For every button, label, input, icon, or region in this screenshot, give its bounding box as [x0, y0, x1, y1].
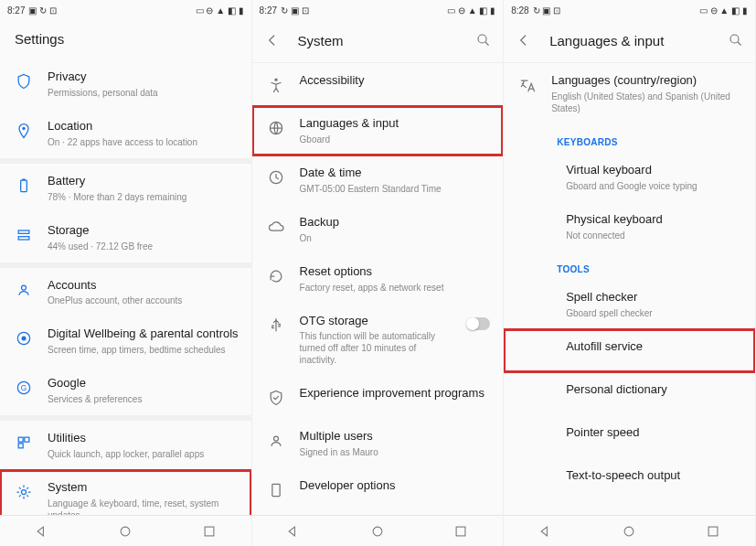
settings-row[interactable]: Spell checkerGboard spell checker: [504, 280, 755, 329]
languages-list[interactable]: Languages (country/region)English (Unite…: [504, 63, 755, 515]
row-subtitle: Gboard and Google voice typing: [566, 180, 742, 192]
status-icons-right: ▭ ⊖ ▲ ◧ ▮: [699, 5, 748, 16]
settings-list[interactable]: PrivacyPermissions, personal dataLocatio…: [0, 59, 251, 515]
section-header: TOOLS: [504, 252, 755, 280]
settings-row[interactable]: Battery78% · More than 2 days remaining: [0, 164, 251, 213]
row-title: System: [48, 480, 239, 496]
nav-recent-icon[interactable]: [454, 525, 467, 538]
accounts-icon: [13, 279, 35, 301]
settings-row[interactable]: Digital Wellbeing & parental controlsScr…: [0, 316, 251, 366]
nav-recent-icon[interactable]: [203, 525, 216, 538]
settings-row[interactable]: Accessibility: [252, 63, 504, 106]
settings-row[interactable]: UtilitiesQuick launch, app locker, paral…: [0, 421, 251, 470]
row-title: Battery: [48, 174, 239, 189]
status-icons-left: ↻ ▣ ⊡: [281, 5, 309, 16]
search-button[interactable]: [728, 32, 744, 48]
row-title: Digital Wellbeing & parental controls: [48, 327, 239, 342]
row-title: Personal dictionary: [566, 382, 742, 398]
row-title: Virtual keyboard: [566, 163, 742, 178]
row-subtitle: On: [300, 232, 491, 244]
row-title: Google: [48, 376, 239, 391]
settings-row[interactable]: PrivacyPermissions, personal data: [0, 59, 251, 109]
row-title: Experience improvement programs: [300, 386, 491, 401]
settings-row[interactable]: Developer options: [252, 468, 504, 511]
settings-row[interactable]: OTG storageThis function will be automat…: [252, 304, 504, 377]
nav-home-icon[interactable]: [371, 525, 384, 538]
settings-row[interactable]: Storage44% used · 72.12 GB free: [0, 213, 251, 262]
back-button[interactable]: [515, 31, 533, 49]
row-title: Text-to-speech output: [566, 468, 742, 484]
settings-row[interactable]: Autofill service: [504, 329, 755, 372]
search-button[interactable]: [475, 32, 492, 48]
settings-row[interactable]: Text-to-speech output: [504, 458, 755, 501]
row-subtitle: Factory reset, apps & network reset: [300, 282, 491, 294]
nav-recent-icon[interactable]: [707, 525, 719, 538]
toggle-switch[interactable]: [466, 317, 490, 330]
settings-row[interactable]: Date & timeGMT-05:00 Eastern Standard Ti…: [252, 155, 504, 205]
system-list[interactable]: AccessibilityLanguages & inputGboardDate…: [252, 63, 504, 515]
settings-row[interactable]: BackupOn: [252, 205, 504, 254]
battery-icon: [13, 175, 35, 197]
row-subtitle: Gboard spell checker: [566, 307, 742, 319]
row-subtitle: Quick launch, app locker, parallel apps: [48, 448, 239, 460]
settings-row[interactable]: Personal dictionary: [504, 372, 755, 415]
utilities-icon: [13, 432, 35, 454]
check-shield-icon: [265, 387, 287, 409]
settings-row[interactable]: Pointer speed: [504, 415, 755, 458]
row-subtitle: OnePlus account, other accounts: [48, 294, 239, 306]
storage-icon: [13, 224, 35, 246]
row-title: Accessibility: [300, 73, 491, 89]
row-title: Privacy: [48, 70, 239, 85]
settings-row[interactable]: Virtual keyboardGboard and Google voice …: [504, 153, 755, 202]
settings-row[interactable]: Experience improvement programs: [252, 376, 504, 419]
nav-home-icon[interactable]: [623, 525, 635, 538]
settings-row[interactable]: LocationOn · 22 apps have access to loca…: [0, 109, 251, 158]
header: System: [252, 20, 504, 62]
reset-icon: [265, 265, 287, 287]
settings-row[interactable]: Reset optionsFactory reset, apps & netwo…: [252, 254, 504, 304]
row-title: Multiple users: [300, 429, 491, 444]
settings-row[interactable]: Multiple usersSigned in as Mauro: [252, 419, 504, 468]
nav-back-icon[interactable]: [36, 525, 48, 538]
settings-row[interactable]: Physical keyboardNot connected: [504, 202, 755, 252]
devopts-icon: [265, 479, 287, 501]
row-subtitle: Signed in as Mauro: [300, 446, 491, 458]
header: Settings: [0, 20, 251, 59]
row-subtitle: Language & keyboard, time, reset, system…: [48, 498, 239, 515]
clock-icon: [265, 166, 287, 188]
row-title: OTG storage: [300, 314, 454, 329]
row-subtitle: Permissions, personal data: [48, 87, 239, 99]
row-subtitle: Gboard: [300, 134, 491, 145]
settings-row[interactable]: GoogleServices & preferences: [0, 366, 251, 415]
page-title: Settings: [15, 31, 240, 47]
settings-row[interactable]: AccountsOnePlus account, other accounts: [0, 268, 251, 317]
settings-row[interactable]: Languages (country/region)English (Unite…: [504, 63, 755, 124]
status-icons-left: ↻ ▣ ⊡: [533, 5, 561, 16]
page-title: System: [298, 33, 460, 48]
row-title: Spell checker: [566, 290, 742, 305]
clock-text: 8:28: [511, 5, 528, 16]
row-title: Location: [48, 119, 239, 134]
nav-home-icon[interactable]: [119, 525, 132, 538]
search-icon: [728, 32, 744, 48]
settings-row[interactable]: Languages & inputGboard: [252, 106, 504, 155]
row-title: Languages & input: [300, 116, 491, 132]
section-header: KEYBOARDS: [504, 124, 755, 153]
row-subtitle: English (United States) and Spanish (Uni…: [551, 91, 742, 114]
row-title: Accounts: [48, 278, 239, 294]
cloud-icon: [265, 216, 287, 238]
screen-system: 8:27↻ ▣ ⊡ ▭ ⊖ ▲ ◧ ▮ System Accessibility…: [252, 0, 505, 546]
settings-row[interactable]: SystemLanguage & keyboard, time, reset, …: [0, 470, 251, 515]
users-icon: [265, 430, 287, 452]
row-title: Languages (country/region): [551, 73, 742, 89]
row-subtitle: 78% · More than 2 days remaining: [48, 191, 239, 203]
status-bar: 8:28↻ ▣ ⊡ ▭ ⊖ ▲ ◧ ▮: [504, 0, 755, 20]
nav-back-icon[interactable]: [539, 525, 552, 538]
row-title: Autofill service: [566, 339, 742, 355]
nav-back-icon[interactable]: [287, 525, 300, 538]
row-subtitle: Screen time, app timers, bedtime schedul…: [48, 344, 239, 356]
row-title: Storage: [48, 223, 239, 239]
row-title: Backup: [300, 215, 491, 230]
shield-icon: [13, 70, 35, 92]
back-button[interactable]: [263, 31, 282, 49]
